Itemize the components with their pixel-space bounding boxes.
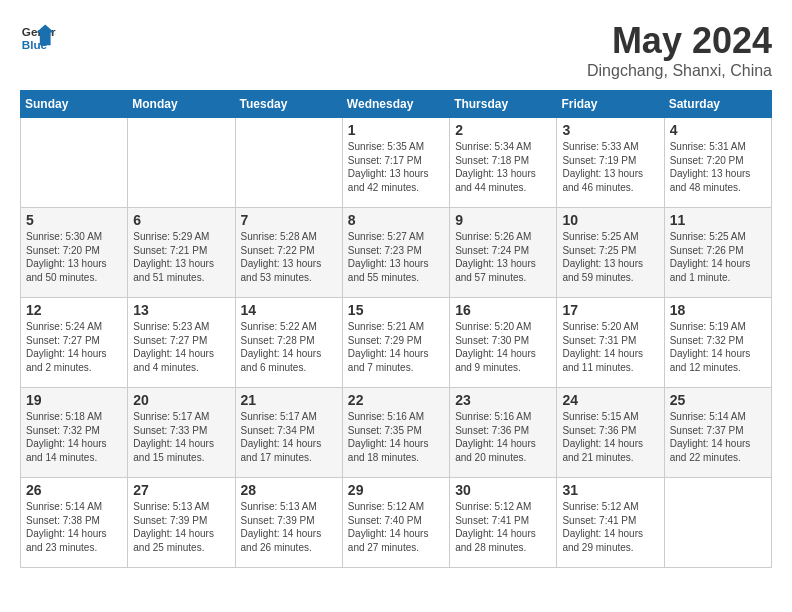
day-info: Sunrise: 5:31 AMSunset: 7:20 PMDaylight:… — [670, 140, 766, 194]
day-number: 5 — [26, 212, 122, 228]
calendar-cell: 23Sunrise: 5:16 AMSunset: 7:36 PMDayligh… — [450, 388, 557, 478]
day-info: Sunrise: 5:27 AMSunset: 7:23 PMDaylight:… — [348, 230, 444, 284]
day-info: Sunrise: 5:25 AMSunset: 7:25 PMDaylight:… — [562, 230, 658, 284]
day-number: 28 — [241, 482, 337, 498]
location: Dingchang, Shanxi, China — [587, 62, 772, 80]
day-number: 11 — [670, 212, 766, 228]
day-info: Sunrise: 5:29 AMSunset: 7:21 PMDaylight:… — [133, 230, 229, 284]
weekday-header: Tuesday — [235, 91, 342, 118]
calendar-cell — [235, 118, 342, 208]
calendar-cell — [21, 118, 128, 208]
calendar-cell: 9Sunrise: 5:26 AMSunset: 7:24 PMDaylight… — [450, 208, 557, 298]
day-number: 7 — [241, 212, 337, 228]
calendar-cell: 20Sunrise: 5:17 AMSunset: 7:33 PMDayligh… — [128, 388, 235, 478]
calendar-cell: 22Sunrise: 5:16 AMSunset: 7:35 PMDayligh… — [342, 388, 449, 478]
logo: General Blue — [20, 20, 60, 56]
day-number: 1 — [348, 122, 444, 138]
day-number: 31 — [562, 482, 658, 498]
calendar-cell — [664, 478, 771, 568]
day-number: 9 — [455, 212, 551, 228]
day-info: Sunrise: 5:16 AMSunset: 7:35 PMDaylight:… — [348, 410, 444, 464]
logo-icon: General Blue — [20, 20, 56, 56]
calendar-cell: 15Sunrise: 5:21 AMSunset: 7:29 PMDayligh… — [342, 298, 449, 388]
day-number: 27 — [133, 482, 229, 498]
weekday-header: Saturday — [664, 91, 771, 118]
calendar-cell: 25Sunrise: 5:14 AMSunset: 7:37 PMDayligh… — [664, 388, 771, 478]
calendar-week-row: 26Sunrise: 5:14 AMSunset: 7:38 PMDayligh… — [21, 478, 772, 568]
calendar-table: SundayMondayTuesdayWednesdayThursdayFrid… — [20, 90, 772, 568]
day-info: Sunrise: 5:33 AMSunset: 7:19 PMDaylight:… — [562, 140, 658, 194]
calendar-cell: 30Sunrise: 5:12 AMSunset: 7:41 PMDayligh… — [450, 478, 557, 568]
day-number: 16 — [455, 302, 551, 318]
day-info: Sunrise: 5:14 AMSunset: 7:38 PMDaylight:… — [26, 500, 122, 554]
calendar-cell: 14Sunrise: 5:22 AMSunset: 7:28 PMDayligh… — [235, 298, 342, 388]
weekday-header: Thursday — [450, 91, 557, 118]
calendar-cell: 3Sunrise: 5:33 AMSunset: 7:19 PMDaylight… — [557, 118, 664, 208]
day-number: 22 — [348, 392, 444, 408]
weekday-header: Wednesday — [342, 91, 449, 118]
day-info: Sunrise: 5:19 AMSunset: 7:32 PMDaylight:… — [670, 320, 766, 374]
calendar-cell: 7Sunrise: 5:28 AMSunset: 7:22 PMDaylight… — [235, 208, 342, 298]
day-info: Sunrise: 5:21 AMSunset: 7:29 PMDaylight:… — [348, 320, 444, 374]
calendar-cell: 28Sunrise: 5:13 AMSunset: 7:39 PMDayligh… — [235, 478, 342, 568]
calendar-cell: 17Sunrise: 5:20 AMSunset: 7:31 PMDayligh… — [557, 298, 664, 388]
day-info: Sunrise: 5:12 AMSunset: 7:40 PMDaylight:… — [348, 500, 444, 554]
day-info: Sunrise: 5:12 AMSunset: 7:41 PMDaylight:… — [455, 500, 551, 554]
day-info: Sunrise: 5:18 AMSunset: 7:32 PMDaylight:… — [26, 410, 122, 464]
day-number: 2 — [455, 122, 551, 138]
day-info: Sunrise: 5:34 AMSunset: 7:18 PMDaylight:… — [455, 140, 551, 194]
day-number: 14 — [241, 302, 337, 318]
calendar-cell: 5Sunrise: 5:30 AMSunset: 7:20 PMDaylight… — [21, 208, 128, 298]
day-info: Sunrise: 5:13 AMSunset: 7:39 PMDaylight:… — [241, 500, 337, 554]
calendar-cell: 18Sunrise: 5:19 AMSunset: 7:32 PMDayligh… — [664, 298, 771, 388]
day-info: Sunrise: 5:14 AMSunset: 7:37 PMDaylight:… — [670, 410, 766, 464]
day-info: Sunrise: 5:26 AMSunset: 7:24 PMDaylight:… — [455, 230, 551, 284]
calendar-cell: 6Sunrise: 5:29 AMSunset: 7:21 PMDaylight… — [128, 208, 235, 298]
day-info: Sunrise: 5:15 AMSunset: 7:36 PMDaylight:… — [562, 410, 658, 464]
calendar-cell: 19Sunrise: 5:18 AMSunset: 7:32 PMDayligh… — [21, 388, 128, 478]
day-number: 20 — [133, 392, 229, 408]
weekday-header: Friday — [557, 91, 664, 118]
day-info: Sunrise: 5:28 AMSunset: 7:22 PMDaylight:… — [241, 230, 337, 284]
day-number: 21 — [241, 392, 337, 408]
day-number: 23 — [455, 392, 551, 408]
day-info: Sunrise: 5:20 AMSunset: 7:31 PMDaylight:… — [562, 320, 658, 374]
calendar-week-row: 5Sunrise: 5:30 AMSunset: 7:20 PMDaylight… — [21, 208, 772, 298]
calendar-cell: 2Sunrise: 5:34 AMSunset: 7:18 PMDaylight… — [450, 118, 557, 208]
calendar-cell: 10Sunrise: 5:25 AMSunset: 7:25 PMDayligh… — [557, 208, 664, 298]
calendar-cell: 12Sunrise: 5:24 AMSunset: 7:27 PMDayligh… — [21, 298, 128, 388]
day-number: 3 — [562, 122, 658, 138]
calendar-cell: 13Sunrise: 5:23 AMSunset: 7:27 PMDayligh… — [128, 298, 235, 388]
day-info: Sunrise: 5:30 AMSunset: 7:20 PMDaylight:… — [26, 230, 122, 284]
day-info: Sunrise: 5:17 AMSunset: 7:33 PMDaylight:… — [133, 410, 229, 464]
calendar-cell: 21Sunrise: 5:17 AMSunset: 7:34 PMDayligh… — [235, 388, 342, 478]
calendar-cell: 24Sunrise: 5:15 AMSunset: 7:36 PMDayligh… — [557, 388, 664, 478]
day-info: Sunrise: 5:12 AMSunset: 7:41 PMDaylight:… — [562, 500, 658, 554]
day-number: 4 — [670, 122, 766, 138]
day-info: Sunrise: 5:24 AMSunset: 7:27 PMDaylight:… — [26, 320, 122, 374]
calendar-cell: 27Sunrise: 5:13 AMSunset: 7:39 PMDayligh… — [128, 478, 235, 568]
day-number: 15 — [348, 302, 444, 318]
weekday-header-row: SundayMondayTuesdayWednesdayThursdayFrid… — [21, 91, 772, 118]
calendar-cell — [128, 118, 235, 208]
day-number: 18 — [670, 302, 766, 318]
day-number: 13 — [133, 302, 229, 318]
day-info: Sunrise: 5:17 AMSunset: 7:34 PMDaylight:… — [241, 410, 337, 464]
day-info: Sunrise: 5:16 AMSunset: 7:36 PMDaylight:… — [455, 410, 551, 464]
weekday-header: Monday — [128, 91, 235, 118]
day-number: 12 — [26, 302, 122, 318]
calendar-cell: 29Sunrise: 5:12 AMSunset: 7:40 PMDayligh… — [342, 478, 449, 568]
page-header: General Blue May 2024 Dingchang, Shanxi,… — [20, 20, 772, 80]
day-number: 26 — [26, 482, 122, 498]
day-info: Sunrise: 5:13 AMSunset: 7:39 PMDaylight:… — [133, 500, 229, 554]
day-number: 19 — [26, 392, 122, 408]
day-number: 29 — [348, 482, 444, 498]
weekday-header: Sunday — [21, 91, 128, 118]
day-info: Sunrise: 5:25 AMSunset: 7:26 PMDaylight:… — [670, 230, 766, 284]
day-info: Sunrise: 5:20 AMSunset: 7:30 PMDaylight:… — [455, 320, 551, 374]
calendar-cell: 26Sunrise: 5:14 AMSunset: 7:38 PMDayligh… — [21, 478, 128, 568]
title-block: May 2024 Dingchang, Shanxi, China — [587, 20, 772, 80]
calendar-cell: 1Sunrise: 5:35 AMSunset: 7:17 PMDaylight… — [342, 118, 449, 208]
calendar-week-row: 12Sunrise: 5:24 AMSunset: 7:27 PMDayligh… — [21, 298, 772, 388]
calendar-week-row: 1Sunrise: 5:35 AMSunset: 7:17 PMDaylight… — [21, 118, 772, 208]
